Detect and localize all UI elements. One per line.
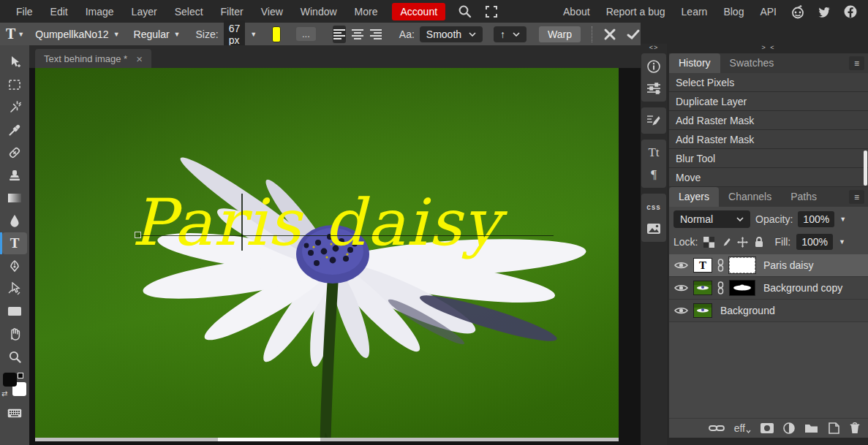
foreground-background-colors[interactable]: ⇄ [3,373,26,396]
align-right-button[interactable] [369,26,382,43]
lock-transparency-icon[interactable] [703,237,714,248]
gradient-tool[interactable] [2,187,27,209]
align-left-button[interactable] [333,26,346,43]
pen-tool[interactable] [2,255,27,277]
rectangle-shape-tool[interactable] [2,300,27,322]
layer-row-paris-daisy[interactable]: T Paris daisy [669,254,868,277]
canvas[interactable]: Paris daisy [35,68,619,441]
tab-layers[interactable]: Layers [669,187,719,207]
confirm-edit-button[interactable] [626,28,641,41]
marquee-select-tool[interactable] [2,74,27,96]
menu-edit[interactable]: Edit [42,6,77,18]
brush-panel-button[interactable] [641,110,666,132]
menu-view[interactable]: View [252,6,292,18]
account-button[interactable]: Account [392,3,445,20]
history-menu-button[interactable]: ≡ [849,56,864,70]
twitter-icon[interactable] [817,4,831,19]
menu-select[interactable]: Select [166,6,212,18]
more-options-button[interactable]: ... [296,27,316,41]
direct-select-tool[interactable] [2,278,27,300]
chevron-down-icon[interactable]: ▼ [839,216,846,223]
scrollbar-thumb[interactable] [864,151,867,186]
antialias-select[interactable]: Smooth [420,26,483,42]
default-colors-icon[interactable] [18,373,23,379]
magic-wand-tool[interactable] [2,96,27,118]
align-center-button[interactable] [351,26,364,43]
hand-tool[interactable] [2,323,27,345]
clone-stamp-tool[interactable] [2,164,27,186]
document-tab[interactable]: Text behind image * × [35,49,151,68]
image-layer-thumbnail[interactable] [693,303,712,318]
swap-colors-icon[interactable]: ⇄ [1,389,7,398]
type-tool[interactable]: T [2,232,27,254]
type-tool-preset[interactable]: T ▼ [6,26,24,42]
tab-channels[interactable]: Channels [719,187,781,207]
visibility-eye-icon[interactable] [674,306,688,315]
eyedropper-tool[interactable] [2,119,27,141]
fullscreen-icon[interactable] [478,5,505,18]
link-api[interactable]: API [752,6,785,18]
link-learn[interactable]: Learn [673,6,716,18]
lock-pixels-icon[interactable] [720,237,731,248]
link-about[interactable]: About [555,6,598,18]
history-step[interactable]: Add Raster Mask [669,111,868,130]
tab-swatches[interactable]: Swatches [720,53,784,73]
link-layers-icon[interactable] [709,424,725,433]
layer-effects-button[interactable]: eff [734,422,751,434]
tab-paths[interactable]: Paths [781,187,826,207]
layer-mask-thumbnail[interactable] [729,280,755,296]
image-panel-button[interactable] [641,218,666,240]
collapse-strip-handle[interactable]: <> [641,44,667,53]
history-step[interactable]: Blur Tool [669,149,868,168]
add-mask-icon[interactable] [761,423,774,433]
font-style-select[interactable]: Regular ▼ [134,28,181,40]
menu-more[interactable]: More [346,6,387,18]
character-panel-button[interactable]: Tt [641,142,666,164]
cancel-edit-button[interactable] [603,28,616,41]
info-panel-button[interactable] [641,56,666,77]
menu-layer[interactable]: Layer [123,6,166,18]
new-layer-icon[interactable] [828,422,839,434]
image-layer-thumbnail[interactable] [693,281,712,295]
zoom-tool[interactable] [2,346,27,368]
layer-row-background[interactable]: Background [669,300,868,322]
reddit-icon[interactable] [790,4,805,19]
menu-filter[interactable]: Filter [212,6,252,18]
menu-file[interactable]: File [7,6,42,18]
text-color-swatch[interactable] [272,26,281,42]
layer-mask-thumbnail[interactable] [729,257,755,273]
visibility-eye-icon[interactable] [674,284,688,292]
history-scrollbar[interactable] [864,73,867,187]
lock-all-icon[interactable] [754,236,764,248]
foreground-color-swatch[interactable] [3,373,17,387]
font-size-input[interactable]: 67 px [224,20,246,48]
link-blog[interactable]: Blog [715,6,752,18]
new-group-folder-icon[interactable] [804,423,818,433]
blend-mode-select[interactable]: Normal [673,210,750,228]
lock-position-icon[interactable] [737,237,748,248]
search-icon[interactable] [451,4,478,18]
warp-button[interactable]: Warp [539,26,581,42]
menu-window[interactable]: Window [292,6,346,18]
menu-image[interactable]: Image [77,6,123,18]
keyboard-shortcuts-button[interactable] [2,402,27,424]
layer-row-background-copy[interactable]: Background copy [669,277,868,300]
opacity-input[interactable]: 100% [798,211,834,227]
delete-layer-trash-icon[interactable] [849,422,861,434]
spot-heal-tool[interactable] [2,142,27,164]
move-tool[interactable] [2,51,27,73]
history-step[interactable]: Move [669,168,868,187]
history-step[interactable]: Select Pixels [669,73,868,92]
blur-tool[interactable] [2,210,27,232]
text-orientation-select[interactable]: ↑ [494,26,527,42]
layers-menu-button[interactable]: ≡ [849,190,864,204]
chevron-down-icon[interactable]: ▼ [839,238,845,246]
adjustment-layer-icon[interactable] [783,422,795,434]
facebook-icon[interactable] [843,4,858,19]
history-step[interactable]: Duplicate Layer [669,92,868,111]
link-report-bug[interactable]: Report a bug [598,6,673,18]
paragraph-panel-button[interactable]: ¶ [641,164,666,186]
canvas-horizontal-scrollbar[interactable] [35,438,619,441]
tab-history[interactable]: History [669,53,720,73]
font-family-select[interactable]: QumpellkaNo12 ▼ [35,28,119,40]
